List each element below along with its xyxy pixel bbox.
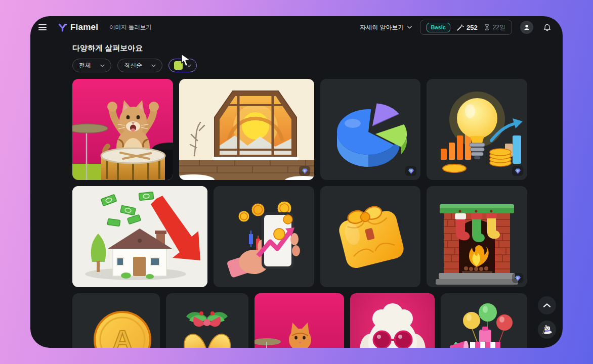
card-art-house <box>72 186 207 287</box>
nav-browse-images[interactable]: 이미지 둘러보기 <box>109 24 152 31</box>
main-content: 다양하게 살펴보아요 전체 최신순 <box>30 38 563 348</box>
card-art-fireplace <box>427 186 527 287</box>
card-art-orange-cat <box>255 293 344 348</box>
learn-more-dropdown[interactable]: 자세히 알아보기 <box>360 23 411 32</box>
chevron-down-icon <box>100 64 105 67</box>
premium-gem-icon <box>405 166 416 176</box>
card-art-phone-hand <box>214 186 314 287</box>
card-art-window-sunset <box>179 79 314 180</box>
card-art-gold-coin: A <box>72 293 160 348</box>
filter-sort-label: 최신순 <box>124 61 142 70</box>
card-art-gold-gift <box>320 186 420 287</box>
card-cat-drummer[interactable] <box>72 79 173 180</box>
avatar[interactable] <box>520 21 533 34</box>
premium-gem-icon <box>299 166 310 176</box>
premium-gem-icon <box>512 273 523 283</box>
card-gold-gift[interactable] <box>320 186 420 287</box>
filter-bar: 전체 최신순 <box>72 59 563 72</box>
card-lightbulb-charts[interactable] <box>427 79 527 180</box>
color-swatch <box>174 61 183 70</box>
scroll-to-top-button[interactable] <box>538 296 556 314</box>
chevron-up-icon <box>543 303 551 308</box>
brand-logo[interactable]: Flamel <box>58 22 98 32</box>
card-pie-chart[interactable] <box>320 79 420 180</box>
app-window: Flamel 이미지 둘러보기 자세히 알아보기 Basic 252 <box>30 16 563 348</box>
flamel-logo-icon <box>58 23 67 32</box>
card-gold-coin[interactable]: A <box>72 293 160 348</box>
card-phone-stocks[interactable] <box>214 186 314 287</box>
magic-wand-icon <box>456 24 464 31</box>
plan-credit-pill[interactable]: Basic 252 22일 <box>420 20 512 35</box>
card-art-cat-drummer <box>72 79 173 180</box>
chevron-down-icon <box>187 64 191 67</box>
user-avatar-icon <box>523 24 530 31</box>
brand-name: Flamel <box>70 22 98 32</box>
card-fireplace[interactable] <box>427 186 527 287</box>
card-poodle-sunglasses[interactable] <box>350 293 435 348</box>
hourglass-icon <box>484 24 490 31</box>
credits-value: 252 <box>467 24 478 31</box>
filter-color-dropdown[interactable] <box>168 59 197 72</box>
gallery-row-3: A <box>72 293 527 348</box>
card-art-lightbulb <box>427 79 527 180</box>
top-bar: Flamel 이미지 둘러보기 자세히 알아보기 Basic 252 <box>30 16 563 38</box>
card-art-bells <box>166 293 248 348</box>
gallery-row-2 <box>72 186 527 287</box>
days-counter: 22일 <box>484 23 505 32</box>
card-art-poodle <box>350 293 435 348</box>
days-left-value: 22일 <box>493 23 505 32</box>
chevron-down-icon <box>407 26 412 29</box>
plan-badge: Basic <box>427 23 450 32</box>
svg-text:A: A <box>112 324 133 348</box>
card-orange-cat-drummer[interactable] <box>255 293 344 348</box>
notifications-button[interactable] <box>541 22 553 33</box>
learn-more-label: 자세히 알아보기 <box>360 23 404 32</box>
card-house-prices[interactable] <box>72 186 207 287</box>
filter-category-label: 전체 <box>79 61 91 70</box>
chevron-down-icon <box>151 64 156 67</box>
filter-sort-dropdown[interactable]: 최신순 <box>117 59 162 72</box>
hamburger-menu-icon[interactable] <box>38 21 51 33</box>
gallery-row-1 <box>72 79 527 180</box>
page-title: 다양하게 살펴보아요 <box>72 43 563 53</box>
magician-hat-icon <box>541 324 553 335</box>
card-art-pie-chart <box>320 79 420 180</box>
card-christmas-bells[interactable] <box>166 293 248 348</box>
card-window-sunset[interactable] <box>179 79 314 180</box>
card-art-shopping <box>441 293 527 348</box>
assistant-mascot-button[interactable] <box>538 321 556 339</box>
credits-counter: 252 <box>456 24 478 31</box>
premium-gem-icon <box>512 166 523 176</box>
card-shopping-cart[interactable] <box>441 293 527 348</box>
filter-category-dropdown[interactable]: 전체 <box>72 59 111 72</box>
notification-bell-icon <box>543 23 552 32</box>
